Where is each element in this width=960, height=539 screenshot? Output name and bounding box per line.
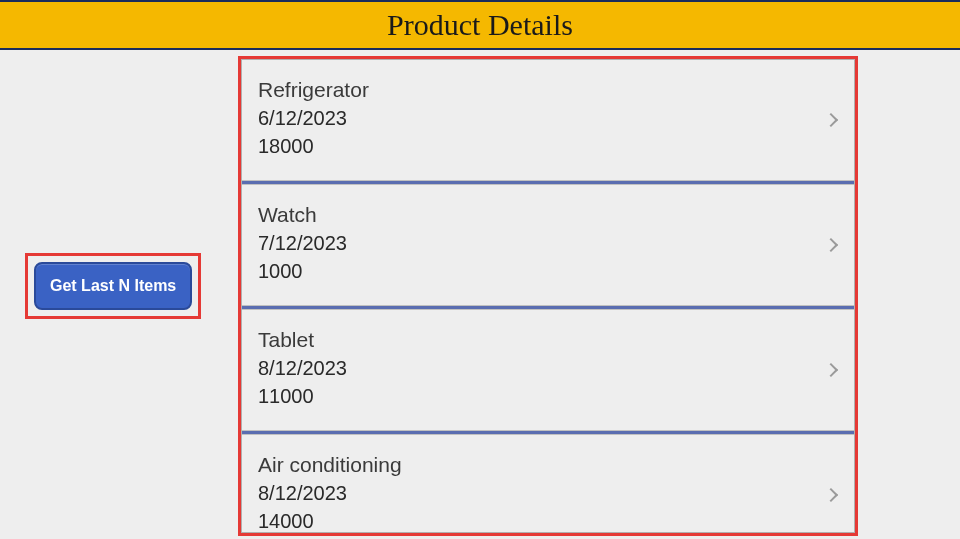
product-list[interactable]: Refrigerator 6/12/2023 18000 Watch 7/12/… xyxy=(241,59,855,533)
header: Product Details xyxy=(0,0,960,50)
product-price: 18000 xyxy=(258,132,838,160)
product-price: 11000 xyxy=(258,382,838,410)
page-title: Product Details xyxy=(387,8,573,42)
product-date: 6/12/2023 xyxy=(258,104,838,132)
product-name: Watch xyxy=(258,201,838,228)
button-highlight-frame: Get Last N Items xyxy=(25,253,201,319)
content-area: Get Last N Items Refrigerator 6/12/2023 … xyxy=(0,50,960,539)
list-item[interactable]: Tablet 8/12/2023 11000 xyxy=(242,310,854,430)
product-date: 7/12/2023 xyxy=(258,229,838,257)
product-name: Air conditioning xyxy=(258,451,838,478)
product-list-highlight-frame: Refrigerator 6/12/2023 18000 Watch 7/12/… xyxy=(238,56,858,536)
product-price: 1000 xyxy=(258,257,838,285)
get-last-n-items-button[interactable]: Get Last N Items xyxy=(34,262,192,310)
product-name: Tablet xyxy=(258,326,838,353)
list-item[interactable]: Refrigerator 6/12/2023 18000 xyxy=(242,60,854,180)
product-date: 8/12/2023 xyxy=(258,479,838,507)
product-name: Refrigerator xyxy=(258,76,838,103)
product-price: 14000 xyxy=(258,507,838,535)
list-item[interactable]: Watch 7/12/2023 1000 xyxy=(242,185,854,305)
product-date: 8/12/2023 xyxy=(258,354,838,382)
list-item[interactable]: Air conditioning 8/12/2023 14000 xyxy=(242,435,854,536)
